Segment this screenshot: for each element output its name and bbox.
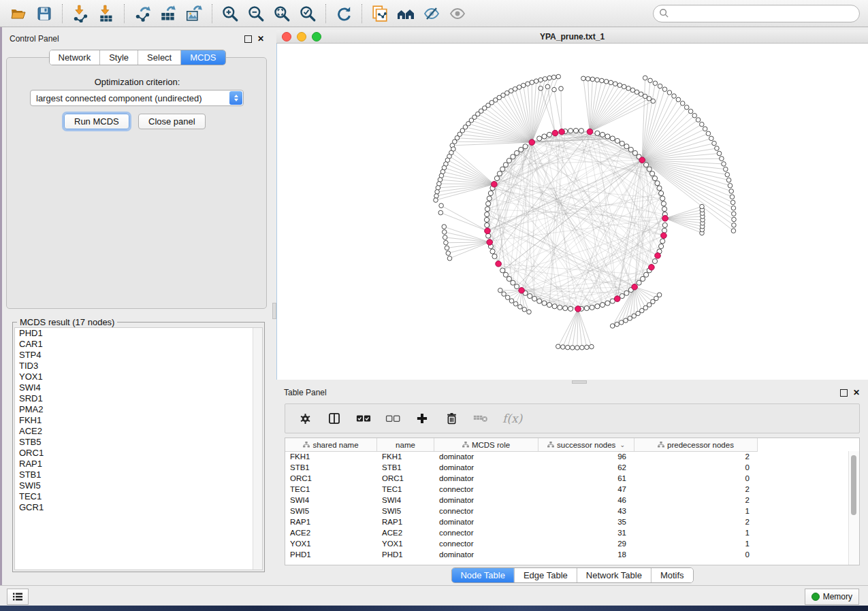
mcds-result-item[interactable]: FKH1 <box>15 415 262 426</box>
cell-successor-nodes[interactable]: 35 <box>539 516 634 527</box>
zoom-out-button[interactable] <box>243 2 269 25</box>
cell-successor-nodes[interactable]: 46 <box>539 495 634 506</box>
close-panel-icon[interactable]: ✕ <box>853 390 860 396</box>
cell-successor-nodes[interactable]: 96 <box>539 451 634 462</box>
mcds-result-item[interactable]: SRD1 <box>15 393 262 404</box>
cell-name[interactable]: ACE2 <box>377 527 434 538</box>
cell-successor-nodes[interactable]: 18 <box>539 549 634 560</box>
horizontal-splitter[interactable] <box>276 380 868 384</box>
cell-successor-nodes[interactable]: 43 <box>539 506 634 516</box>
cell-predecessor-nodes[interactable]: 2 <box>634 516 758 527</box>
cell-mcds-role[interactable]: dominator <box>434 451 539 462</box>
select-all-button[interactable] <box>356 411 371 426</box>
column-header-predecessor-nodes[interactable]: predecessor nodes <box>634 438 758 451</box>
cell-predecessor-nodes[interactable]: 0 <box>634 462 758 473</box>
tab-motifs[interactable]: Motifs <box>651 568 693 582</box>
cell-mcds-role[interactable]: connector <box>434 484 539 495</box>
table-scrollbar[interactable] <box>848 451 859 565</box>
float-panel-icon[interactable] <box>244 35 252 43</box>
cell-mcds-role[interactable]: dominator <box>434 549 539 560</box>
tab-style[interactable]: Style <box>99 50 138 65</box>
table-row[interactable]: YOX1YOX1connector291 <box>285 538 849 549</box>
cell-shared-name[interactable]: YOX1 <box>285 538 377 549</box>
cell-name[interactable]: PHD1 <box>377 549 434 560</box>
cell-shared-name[interactable]: RAP1 <box>285 516 377 527</box>
mcds-list-scrollbar[interactable] <box>253 328 262 569</box>
mcds-result-item[interactable]: GCR1 <box>15 502 262 513</box>
tab-edge-table[interactable]: Edge Table <box>514 568 577 582</box>
cell-name[interactable]: ORC1 <box>377 473 434 484</box>
hide-button[interactable] <box>419 2 445 25</box>
column-header-name[interactable]: name <box>377 438 434 451</box>
zoom-selected-button[interactable] <box>295 2 321 25</box>
column-header-successor-nodes[interactable]: successor nodes ⌄ <box>539 438 634 451</box>
table-row[interactable]: ORC1ORC1dominator610 <box>285 473 849 484</box>
export-table-button[interactable] <box>155 2 181 25</box>
mcds-result-item[interactable]: YOX1 <box>15 371 262 382</box>
table-row[interactable]: FKH1FKH1dominator962 <box>285 451 849 462</box>
cell-name[interactable]: SWI5 <box>377 506 434 516</box>
mcds-result-item[interactable]: ORC1 <box>15 448 262 459</box>
table-row[interactable]: STB1STB1dominator620 <box>285 462 849 473</box>
splitter-grip[interactable] <box>572 380 587 384</box>
cell-shared-name[interactable]: SWI5 <box>285 506 377 516</box>
mcds-result-item[interactable]: STP4 <box>15 350 262 361</box>
cell-shared-name[interactable]: TEC1 <box>285 484 377 495</box>
tab-select[interactable]: Select <box>138 50 180 65</box>
cell-mcds-role[interactable]: dominator <box>434 495 539 506</box>
close-panel-icon[interactable]: ✕ <box>257 36 264 42</box>
cell-predecessor-nodes[interactable]: 1 <box>634 527 758 538</box>
cell-successor-nodes[interactable]: 62 <box>539 462 634 473</box>
refresh-button[interactable] <box>331 2 357 25</box>
export-image-button[interactable] <box>181 2 207 25</box>
mcds-result-item[interactable]: STB5 <box>15 437 262 448</box>
cell-shared-name[interactable]: SWI4 <box>285 495 377 506</box>
mcds-result-item[interactable]: RAP1 <box>15 459 262 469</box>
cell-name[interactable]: SWI4 <box>377 495 434 506</box>
table-row[interactable]: SWI5SWI5connector431 <box>285 506 849 516</box>
houses-button[interactable] <box>393 2 419 25</box>
cell-predecessor-nodes[interactable]: 1 <box>634 538 758 549</box>
open-session-button[interactable] <box>5 2 31 25</box>
cell-successor-nodes[interactable]: 29 <box>539 538 634 549</box>
memory-button[interactable]: Memory <box>805 589 859 605</box>
zoom-in-button[interactable] <box>217 2 243 25</box>
mcds-result-item[interactable]: SWI4 <box>15 382 262 393</box>
table-settings-button[interactable] <box>298 411 312 426</box>
deselect-all-button[interactable] <box>385 411 400 426</box>
search-input[interactable] <box>669 8 854 19</box>
tab-network-table[interactable]: Network Table <box>577 568 651 582</box>
cell-shared-name[interactable]: FKH1 <box>285 451 377 462</box>
zoom-fit-button[interactable] <box>269 2 295 25</box>
cell-predecessor-nodes[interactable]: 2 <box>634 484 758 495</box>
sort-descending-icon[interactable]: ⌄ <box>620 442 625 448</box>
delete-column-button[interactable] <box>444 411 459 426</box>
table-row[interactable]: ACE2ACE2connector311 <box>285 527 849 538</box>
mcds-result-item[interactable]: TEC1 <box>15 491 262 502</box>
tab-mcds[interactable]: MCDS <box>180 50 225 65</box>
search-box[interactable] <box>653 5 860 22</box>
cell-successor-nodes[interactable]: 61 <box>539 473 634 484</box>
run-mcds-button[interactable]: Run MCDS <box>64 114 129 129</box>
save-session-button[interactable] <box>31 2 57 25</box>
cell-predecessor-nodes[interactable]: 1 <box>634 506 758 516</box>
tab-network[interactable]: Network <box>49 50 99 65</box>
scrollbar-thumb[interactable] <box>851 455 856 515</box>
cell-shared-name[interactable]: ACE2 <box>285 527 377 538</box>
table-row[interactable]: SWI4SWI4dominator462 <box>285 495 849 506</box>
import-table-button[interactable] <box>93 2 119 25</box>
task-history-button[interactable] <box>7 589 29 605</box>
criterion-dropdown[interactable]: largest connected component (undirected) <box>30 90 244 106</box>
cell-successor-nodes[interactable]: 31 <box>539 527 634 538</box>
import-network-button[interactable] <box>67 2 93 25</box>
mcds-result-item[interactable]: STB1 <box>15 469 262 480</box>
cell-predecessor-nodes[interactable]: 0 <box>634 549 758 560</box>
create-column-button[interactable] <box>415 411 430 426</box>
close-panel-button[interactable]: Close panel <box>138 114 206 129</box>
column-header-shared-name[interactable]: shared name <box>285 438 377 451</box>
float-panel-icon[interactable] <box>840 389 848 397</box>
table-row[interactable]: TEC1TEC1connector472 <box>285 484 849 495</box>
network-canvas[interactable] <box>276 44 868 380</box>
export-network-button[interactable] <box>129 2 155 25</box>
cell-mcds-role[interactable]: connector <box>434 506 539 516</box>
